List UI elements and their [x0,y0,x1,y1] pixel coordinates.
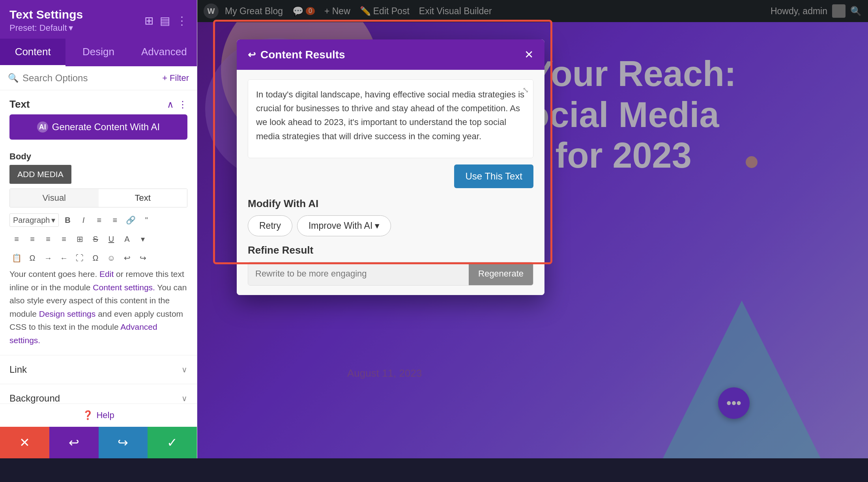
align-justify-button[interactable]: ≡ [57,232,71,246]
editor-content: Your content goes here. Edit or remove t… [9,267,187,347]
text-color-button[interactable]: A [120,232,134,246]
panel-icon-more[interactable]: ⋮ [176,14,187,27]
ordered-list-button[interactable]: ≡ [108,213,122,227]
bottom-bar: ✕ ↩ ↪ ✓ [0,427,197,458]
generate-ai-button[interactable]: AI Generate Content With AI [9,114,187,140]
advanced-settings-link[interactable]: Advanced settings. [9,322,157,345]
redo-editor-button[interactable]: ↪ [136,251,150,265]
panel-icon-columns[interactable]: ▤ [160,14,170,27]
modal-dialog: ↩ Content Results ✕ In today's digital l… [237,39,544,295]
special-chars-button[interactable]: Ω [88,251,103,265]
link-button[interactable]: 🔗 [123,213,138,227]
paragraph-dropdown[interactable]: Paragraph ▾ [9,213,59,227]
link-chevron-icon: ∨ [181,365,187,374]
editor-toolbar-1: Paragraph ▾ B I ≡ ≡ 🔗 " [0,211,197,230]
filter-button[interactable]: + Filter [162,73,189,83]
panel-title: Text Settings [9,8,83,21]
text-section-more[interactable]: ⋮ [178,99,187,110]
text-section-title: Text [9,98,30,110]
text-section-header: Text ∧ ⋮ [0,90,197,114]
unordered-list-button[interactable]: ≡ [92,213,106,227]
use-text-row: Use This Text [248,164,533,188]
underline-button[interactable]: U [104,232,118,246]
background-chevron-icon: ∨ [181,394,187,403]
modal-title: Content Results [260,49,345,61]
modal-body: In today's digital landscape, having eff… [237,70,544,295]
align-right-button[interactable]: ≡ [41,232,55,246]
tab-design[interactable]: Design [65,39,131,66]
format-button[interactable]: Ω [25,251,39,265]
use-this-text-button[interactable]: Use This Text [454,164,533,188]
resize-icon: ⤡ [522,84,529,96]
preset-chevron-icon: ▾ [69,23,73,33]
background-section-toggle[interactable]: Background ∨ [9,384,187,404]
panel-tabs: Content Design Advanced [0,39,197,66]
editor-tabs: Visual Text [9,189,187,207]
refine-row: Regenerate [248,262,533,286]
indent-button[interactable]: → [41,251,55,265]
undo-button[interactable]: ↩ [49,427,99,458]
add-media-button[interactable]: ADD MEDIA [9,165,71,184]
edit-link[interactable]: Edit [99,269,114,278]
refine-label: Refine Result [248,244,533,256]
background-section: Background ∨ [0,384,197,404]
save-button[interactable]: ✓ [148,427,197,458]
panel-icon-grid[interactable]: ⊞ [144,14,153,27]
ai-icon: AI [37,121,48,133]
close-button[interactable]: ✕ [0,427,49,458]
editor-toolbar-2: ≡ ≡ ≡ ≡ ⊞ S U A ▾ [0,230,197,248]
modify-label: Modify With AI [248,198,533,210]
improve-chevron-icon: ▾ [375,220,380,231]
design-settings-link[interactable]: Design settings [39,309,96,318]
search-icon: 🔍 [8,73,19,83]
retry-button[interactable]: Retry [248,215,292,236]
modal-header: ↩ Content Results ✕ [237,39,544,70]
editor-tab-text[interactable]: Text [99,189,187,207]
help-icon: ❓ [82,410,93,420]
link-section: Link ∨ [0,355,197,384]
redo-button[interactable]: ↪ [99,427,148,458]
paste-button[interactable]: 📋 [9,251,24,265]
refine-input[interactable] [248,262,469,285]
emoji-button[interactable]: ☺ [104,251,118,265]
modal-overlay: ↩ Content Results ✕ In today's digital l… [197,0,868,458]
text-section-collapse[interactable]: ∧ [167,99,174,110]
editor-tab-visual[interactable]: Visual [10,189,99,207]
more-button[interactable]: ▾ [136,232,150,246]
refine-section: Refine Result Regenerate [248,244,533,286]
undo-editor-button[interactable]: ↩ [120,251,134,265]
editor-toolbar-3: 📋 Ω → ← ⛶ Ω ☺ ↩ ↪ [0,248,197,267]
outdent-button[interactable]: ← [57,251,71,265]
search-bar: 🔍 + Filter [0,66,197,90]
body-label: Body [0,148,197,165]
improve-with-ai-button[interactable]: Improve With AI ▾ [297,215,391,236]
regenerate-button[interactable]: Regenerate [469,262,533,285]
content-settings-link[interactable]: Content settings. [93,283,155,292]
modal-close-button[interactable]: ✕ [524,48,533,61]
tab-advanced[interactable]: Advanced [131,39,197,66]
table-button[interactable]: ⊞ [73,232,87,246]
blockquote-button[interactable]: " [139,213,153,227]
fullscreen-button[interactable]: ⛶ [73,251,87,265]
modal-back-button[interactable]: ↩ [248,49,256,60]
modify-buttons: Retry Improve With AI ▾ [248,215,533,236]
strikethrough-button[interactable]: S [88,232,103,246]
search-input[interactable] [22,73,158,84]
tab-content[interactable]: Content [0,39,65,66]
link-section-toggle[interactable]: Link ∨ [9,355,187,384]
panel-preset[interactable]: Preset: Default ▾ [9,23,83,33]
help-button[interactable]: ❓ Help [0,404,197,427]
align-left-button[interactable]: ≡ [9,232,24,246]
site-preview: W My Great Blog 💬 0 + New ✏️ Edit Post E… [197,0,868,458]
italic-button[interactable]: I [76,213,90,227]
modify-section: Modify With AI Retry Improve With AI ▾ [248,198,533,236]
align-center-button[interactable]: ≡ [25,232,39,246]
result-text-box: In today's digital landscape, having eff… [248,79,533,158]
bold-button[interactable]: B [60,213,75,227]
